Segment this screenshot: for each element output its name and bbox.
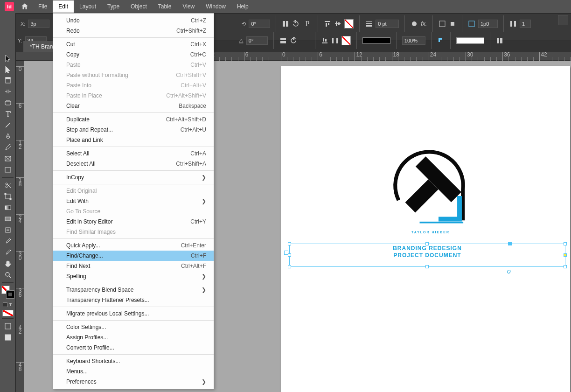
menu-item-cut[interactable]: CutCtrl+X xyxy=(53,39,214,49)
rotate-ccw-icon[interactable] xyxy=(290,37,297,44)
columns-icon[interactable] xyxy=(509,20,517,28)
menu-item-place-and-link[interactable]: Place and Link xyxy=(53,135,214,145)
svg-rect-38 xyxy=(5,206,11,210)
menu-item-quick-apply[interactable]: Quick Apply...Ctrl+Enter xyxy=(53,240,214,251)
menu-item-copy[interactable]: CopyCtrl+C xyxy=(53,49,214,60)
free-transform-tool[interactable] xyxy=(1,191,15,202)
home-icon[interactable] xyxy=(21,2,29,11)
text-wrap-bbox-icon[interactable] xyxy=(449,20,456,28)
shear-input[interactable] xyxy=(246,36,268,45)
menu-item-clear[interactable]: ClearBackspace xyxy=(53,101,214,111)
menu-item-menus[interactable]: Menus... xyxy=(53,366,214,377)
eyedropper-tool[interactable] xyxy=(1,236,15,247)
menu-item-migrate-previous-local-settings[interactable]: Migrate previous Local Settings... xyxy=(53,308,214,319)
rectangle-tool[interactable] xyxy=(1,164,15,175)
menu-view[interactable]: View xyxy=(177,0,200,13)
menu-item-find-next[interactable]: Find NextCtrl+Alt+F xyxy=(53,261,214,271)
menu-item-find-change[interactable]: Find/Change...Ctrl+F xyxy=(53,251,214,261)
columns-input[interactable] xyxy=(520,20,531,28)
fill-stroke-proxy[interactable] xyxy=(1,286,14,299)
page-tool[interactable] xyxy=(1,75,15,86)
opacity-input[interactable] xyxy=(402,36,425,45)
menu-item-keyboard-shortcuts[interactable]: Keyboard Shortcuts... xyxy=(53,356,214,366)
menu-layout[interactable]: Layout xyxy=(74,0,102,13)
paragraph-icon[interactable]: P xyxy=(302,20,312,28)
stroke-none-swatch[interactable] xyxy=(341,36,351,45)
menu-table[interactable]: Table xyxy=(153,0,177,13)
vertical-ruler[interactable]: 0612182430364248 xyxy=(16,61,24,392)
fill-none-swatch[interactable] xyxy=(344,19,354,28)
align-middle-icon[interactable] xyxy=(334,20,341,28)
panel-icon[interactable] xyxy=(558,15,568,25)
menu-item-redo[interactable]: RedoCtrl+Shift+Z xyxy=(53,26,214,36)
menu-type[interactable]: Type xyxy=(102,0,125,13)
line-tool[interactable] xyxy=(1,119,15,131)
drop-shadow-icon[interactable] xyxy=(437,37,445,44)
object-styles-icon[interactable] xyxy=(496,37,503,44)
pencil-tool[interactable] xyxy=(1,142,15,153)
menu-edit[interactable]: Edit xyxy=(53,0,74,13)
align-bottom-icon[interactable] xyxy=(321,37,328,44)
svg-rect-19 xyxy=(336,38,338,43)
gap-tool[interactable] xyxy=(1,86,15,97)
flip-vertical-icon[interactable] xyxy=(279,37,287,44)
fill-white-swatch[interactable] xyxy=(456,37,484,44)
distribute-icon[interactable] xyxy=(331,37,339,44)
stroke-style-swatch[interactable] xyxy=(362,37,390,44)
view-mode-preview[interactable] xyxy=(1,332,15,343)
rotation-input[interactable] xyxy=(249,20,270,28)
menu-item-step-and-repeat[interactable]: Step and Repeat...Ctrl+Alt+U xyxy=(53,125,214,135)
ruler-origin[interactable] xyxy=(16,52,24,61)
menu-item-color-settings[interactable]: Color Settings... xyxy=(53,322,214,332)
menu-item-convert-to-profile[interactable]: Convert to Profile... xyxy=(53,343,214,353)
menu-item-edit-in-story-editor[interactable]: Edit in Story EditorCtrl+Y xyxy=(53,217,214,227)
menu-item-transparency-blend-space[interactable]: Transparency Blend Space❯ xyxy=(53,285,214,295)
scissors-tool[interactable] xyxy=(1,180,15,191)
menu-file[interactable]: File xyxy=(33,0,53,13)
pen-tool[interactable] xyxy=(1,131,15,142)
menu-item-transparency-flattener-presets[interactable]: Transparency Flattener Presets... xyxy=(53,295,214,305)
menu-item-select-all[interactable]: Select AllCtrl+A xyxy=(53,148,214,159)
gradient-feather-tool[interactable] xyxy=(1,213,15,224)
text-wrap-none-icon[interactable] xyxy=(439,20,446,28)
selected-text-frame[interactable]: o BRANDING REDESIGN PROJECT DOCUMENT xyxy=(289,244,565,267)
hand-tool[interactable] xyxy=(1,258,15,269)
view-mode-normal[interactable] xyxy=(1,321,15,332)
selection-tool[interactable] xyxy=(1,52,15,63)
menu-item-deselect-all[interactable]: Deselect AllCtrl+Shift+A xyxy=(53,159,214,169)
x-position-input[interactable] xyxy=(28,20,49,28)
measure-tool[interactable] xyxy=(1,247,15,258)
gradient-swatch-tool[interactable] xyxy=(1,202,15,213)
document-page[interactable]: TAYLOR HIEBER o BRANDING REDESIGN PROJEC… xyxy=(281,66,570,392)
in-port-icon[interactable] xyxy=(284,251,288,255)
menu-item-paste-in-place: Paste in PlaceCtrl+Alt+Shift+V xyxy=(53,91,214,101)
default-fill-stroke-icon[interactable] xyxy=(2,310,14,316)
menu-item-spelling[interactable]: Spelling❯ xyxy=(53,271,214,281)
corner-options-icon[interactable] xyxy=(468,20,475,28)
indesign-app-icon[interactable]: Id xyxy=(5,2,14,11)
rotate-cw-icon[interactable] xyxy=(292,20,299,28)
right-panel-collapsed[interactable] xyxy=(558,15,568,25)
flip-horizontal-icon[interactable] xyxy=(282,20,289,28)
effects-icon[interactable] xyxy=(411,20,418,28)
zoom-tool[interactable] xyxy=(1,269,15,280)
corner-size-input[interactable] xyxy=(478,20,498,28)
menu-item-undo[interactable]: UndoCtrl+Z xyxy=(53,15,214,26)
menu-item-preferences[interactable]: Preferences❯ xyxy=(53,377,214,387)
stroke-weight-input[interactable] xyxy=(376,20,399,28)
note-tool[interactable] xyxy=(1,224,15,236)
content-collector-tool[interactable] xyxy=(1,97,15,108)
color-apply-mode[interactable]: T xyxy=(0,301,15,308)
menu-help[interactable]: Help xyxy=(231,0,254,13)
menu-object[interactable]: Object xyxy=(125,0,153,13)
type-tool[interactable] xyxy=(1,108,15,119)
fx-icon[interactable]: fx. xyxy=(421,21,427,27)
menu-item-edit-with[interactable]: Edit With❯ xyxy=(53,196,214,206)
menu-window[interactable]: Window xyxy=(200,0,231,13)
rectangle-frame-tool[interactable] xyxy=(1,153,15,164)
menu-item-duplicate[interactable]: DuplicateCtrl+Alt+Shift+D xyxy=(53,114,214,125)
direct-selection-tool[interactable] xyxy=(1,63,15,75)
menu-item-incopy[interactable]: InCopy❯ xyxy=(53,172,214,182)
align-top-icon[interactable] xyxy=(324,20,331,28)
menu-item-assign-profiles[interactable]: Assign Profiles... xyxy=(53,332,214,343)
